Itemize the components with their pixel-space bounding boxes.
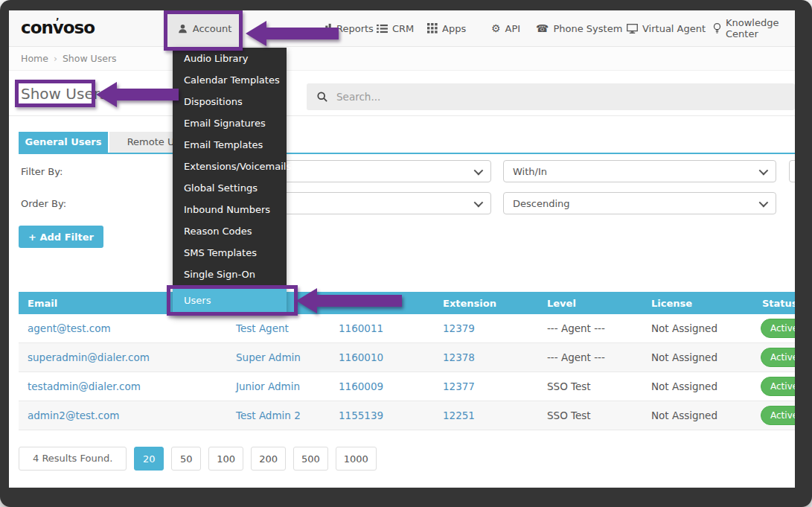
nav-label: Phone System bbox=[553, 23, 622, 34]
user-level-cell: --- Agent --- bbox=[538, 314, 642, 343]
user-level-cell: SSO Test bbox=[538, 401, 642, 430]
menu-item-email-signatures[interactable]: Email Signatures bbox=[173, 112, 287, 134]
user-extension-link[interactable]: 12251 bbox=[443, 409, 475, 421]
search-input[interactable] bbox=[335, 90, 636, 103]
tab-general-users[interactable]: General Users bbox=[19, 132, 108, 153]
menu-item-single-sign-on[interactable]: Single Sign-On bbox=[173, 264, 287, 285]
menu-item-reason-codes[interactable]: Reason Codes bbox=[173, 220, 287, 242]
menu-item-extensions-voicemails[interactable]: Extensions/Voicemails bbox=[173, 156, 287, 177]
phone-icon: ☎ bbox=[536, 23, 549, 34]
order-direction-select[interactable]: Descending bbox=[503, 192, 776, 214]
results-count: 4 Results Found. bbox=[19, 447, 127, 471]
breadcrumb: Home › Show Users bbox=[9, 47, 795, 71]
menu-item-global-settings[interactable]: Global Settings bbox=[173, 177, 287, 199]
user-license-cell: Not Assigned bbox=[642, 343, 753, 372]
user-level-cell: --- Agent --- bbox=[538, 343, 642, 372]
nav-label: Reports bbox=[336, 23, 374, 34]
user-license-cell: Not Assigned bbox=[642, 372, 753, 401]
breadcrumb-home-link[interactable]: Home bbox=[21, 53, 48, 64]
chevron-down-icon bbox=[474, 198, 484, 208]
account-dropdown-menu: Audio Library Calendar Templates Disposi… bbox=[173, 48, 287, 316]
menu-item-inbound-numbers[interactable]: Inbound Numbers bbox=[173, 199, 287, 220]
menu-item-audio-library[interactable]: Audio Library bbox=[173, 48, 287, 69]
annotation-box-users-menu-item bbox=[167, 285, 298, 316]
nav-item-apps[interactable]: Apps bbox=[427, 10, 466, 46]
nav-label: API bbox=[505, 23, 521, 34]
user-email-link[interactable]: agent@test.com bbox=[28, 322, 111, 334]
search-icon bbox=[317, 92, 327, 102]
annotation-box-page-title bbox=[15, 80, 95, 107]
filter-value-select[interactable] bbox=[789, 160, 795, 182]
page-size-50[interactable]: 50 bbox=[171, 447, 201, 471]
menu-item-sms-templates[interactable]: SMS Templates bbox=[173, 242, 287, 264]
order-by-label: Order By: bbox=[21, 198, 66, 209]
annotation-arrow-account bbox=[246, 19, 339, 48]
user-name-link[interactable]: Super Admin bbox=[236, 351, 301, 363]
users-table: Email User ID Extension Level License St… bbox=[19, 292, 795, 431]
table-row: testadmin@dialer.com Junior Admin 116000… bbox=[19, 372, 795, 401]
add-filter-button[interactable]: + Add Filter bbox=[19, 226, 103, 248]
app-screen: convoso ’ Account Reports CRM Apps ⚙ bbox=[9, 10, 795, 488]
menu-item-calendar-templates[interactable]: Calendar Templates bbox=[173, 69, 287, 91]
page-size-100[interactable]: 100 bbox=[208, 447, 243, 471]
status-badge[interactable]: Active bbox=[761, 406, 795, 425]
nav-item-virtual-agent[interactable]: Virtual Agent bbox=[627, 10, 706, 46]
user-license-cell: Not Assigned bbox=[642, 401, 753, 430]
nav-item-phone-system[interactable]: ☎ Phone System bbox=[536, 10, 622, 46]
nav-item-api[interactable]: ⚙ API bbox=[491, 10, 520, 46]
page-size-500[interactable]: 500 bbox=[293, 447, 328, 471]
nav-label: Apps bbox=[442, 23, 466, 34]
user-name-link[interactable]: Test Admin 2 bbox=[236, 409, 301, 421]
page-size-1000[interactable]: 1000 bbox=[336, 447, 377, 471]
user-name-link[interactable]: Junior Admin bbox=[236, 380, 300, 392]
user-id-link[interactable]: 1155139 bbox=[339, 409, 383, 421]
nav-label: Knowledge Center bbox=[726, 17, 795, 39]
user-level-cell: SSO Test bbox=[538, 372, 642, 401]
column-header-extension[interactable]: Extension bbox=[434, 292, 538, 314]
filter-condition-select[interactable]: With/In bbox=[503, 160, 776, 182]
search-bar bbox=[307, 83, 795, 110]
user-extension-link[interactable]: 12378 bbox=[443, 351, 475, 363]
status-badge[interactable]: Active bbox=[761, 319, 795, 338]
chevron-down-icon bbox=[759, 198, 769, 208]
table-header-row: Email User ID Extension Level License St… bbox=[19, 292, 795, 314]
column-header-license[interactable]: License bbox=[642, 292, 753, 314]
chevron-down-icon bbox=[759, 166, 769, 176]
breadcrumb-separator: › bbox=[54, 53, 57, 64]
user-id-link[interactable]: 1160009 bbox=[339, 380, 383, 392]
logo-tick-mark: ’ bbox=[56, 16, 59, 27]
lightbulb-icon bbox=[713, 23, 721, 34]
nav-label: Virtual Agent bbox=[642, 23, 706, 34]
user-id-link[interactable]: 1160010 bbox=[339, 351, 383, 363]
nav-item-crm[interactable]: CRM bbox=[377, 10, 414, 46]
nav-label: CRM bbox=[392, 23, 414, 34]
user-name-link[interactable]: Test Agent bbox=[236, 322, 289, 334]
annotation-arrow-users-menu-item bbox=[296, 286, 402, 316]
screenshot-stage: convoso ’ Account Reports CRM Apps ⚙ bbox=[0, 0, 812, 507]
breadcrumb-current: Show Users bbox=[63, 53, 117, 64]
page-size-20[interactable]: 20 bbox=[134, 447, 164, 471]
order-direction-value: Descending bbox=[513, 198, 570, 209]
user-email-link[interactable]: superadmin@dialer.com bbox=[28, 351, 150, 363]
monitor-icon bbox=[627, 24, 638, 34]
status-badge[interactable]: Active bbox=[761, 377, 795, 396]
user-email-link[interactable]: admin2@test.com bbox=[28, 409, 119, 421]
user-id-link[interactable]: 1160011 bbox=[339, 322, 383, 334]
column-header-status[interactable]: Status bbox=[753, 292, 795, 314]
gear-icon: ⚙ bbox=[491, 23, 501, 34]
menu-item-dispositions[interactable]: Dispositions bbox=[173, 91, 287, 112]
page-size-200[interactable]: 200 bbox=[251, 447, 286, 471]
user-email-link[interactable]: testadmin@dialer.com bbox=[28, 380, 141, 392]
menu-item-email-templates[interactable]: Email Templates bbox=[173, 134, 287, 156]
table-row: superadmin@dialer.com Super Admin 116001… bbox=[19, 343, 795, 372]
pagination-bar: 4 Results Found. 20 50 100 200 500 1000 bbox=[19, 447, 377, 471]
user-extension-link[interactable]: 12379 bbox=[443, 322, 475, 334]
convoso-logo[interactable]: convoso ’ bbox=[21, 18, 95, 37]
status-badge[interactable]: Active bbox=[761, 348, 795, 367]
column-header-level[interactable]: Level bbox=[538, 292, 642, 314]
tabs-underline bbox=[19, 153, 795, 154]
user-extension-link[interactable]: 12377 bbox=[443, 380, 475, 392]
filter-by-label: Filter By: bbox=[21, 166, 63, 177]
nav-item-knowledge-center[interactable]: Knowledge Center bbox=[713, 10, 795, 46]
table-row: admin2@test.com Test Admin 2 1155139 122… bbox=[19, 401, 795, 430]
